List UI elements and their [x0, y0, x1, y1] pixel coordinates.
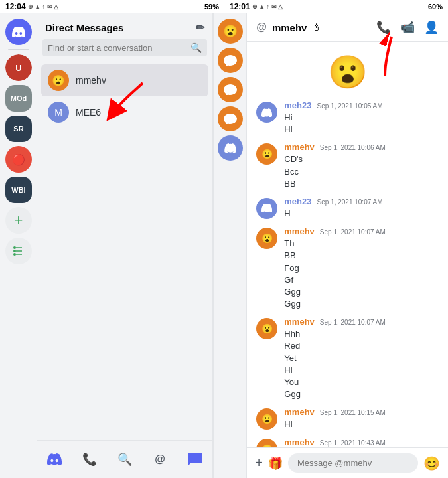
- meh23-avatar-1: [256, 102, 277, 123]
- table-row: 😮 mmehv Sep 1, 2021 10:43 AM HahahFt: [256, 438, 439, 447]
- search-tab[interactable]: 🔍: [113, 447, 137, 471]
- left-time: 12:04: [5, 2, 26, 11]
- chat-input-bar: + 🎁 😊: [247, 447, 448, 478]
- msg-author: mmehv: [284, 438, 315, 447]
- add-attachment-icon[interactable]: +: [255, 455, 263, 471]
- mmehv-avatar-6: 😮: [256, 439, 277, 447]
- chat-header: @ mmehv 🕯 📞 📹 👤: [247, 13, 448, 42]
- right-status-bar: 12:01 ⊕ ▲ ↑ ✉ △ 60%: [224, 0, 448, 13]
- msg-author: mmehv: [284, 142, 315, 152]
- mmehv-name: mmehv: [76, 75, 106, 86]
- emoji-picker-icon[interactable]: 😊: [423, 455, 440, 471]
- server-sidebar: U MOd SR 🔴 WBI +: [0, 13, 37, 478]
- mee6-avatar: M: [48, 102, 69, 123]
- table-row: 😮 mmehv Sep 1, 2021 10:15 AM Hi: [256, 407, 439, 430]
- table-row: meh23 Sep 1, 2021 10:05 AM HiHi: [256, 100, 439, 135]
- msg-author: meh23: [284, 197, 311, 206]
- user-avatar-server[interactable]: U: [5, 54, 32, 81]
- msg-text: HiHi: [284, 112, 439, 135]
- dm-header: Direct Messages ✏: [37, 13, 212, 39]
- mention-tab[interactable]: @: [148, 447, 172, 471]
- red-server-icon[interactable]: 🔴: [5, 146, 32, 173]
- msg-text: CD'sBccBB: [284, 153, 439, 190]
- msg-author: meh23: [284, 100, 311, 110]
- left-status-icons: ⊕ ▲ ↑ ✉ △: [28, 3, 58, 10]
- server-divider: [8, 49, 29, 50]
- right-time: 12:01: [230, 2, 250, 11]
- table-row: 😮 mmehv Sep 1, 2021 10:06 AM CD'sBccBB: [256, 142, 439, 190]
- chat-header-icons: 📞 📹 👤: [376, 20, 439, 35]
- recipient-emoji: 🕯: [312, 22, 321, 33]
- sr-server-icon[interactable]: SR: [5, 116, 32, 142]
- voice-call-icon[interactable]: 📞: [376, 20, 391, 35]
- top-emoji: 😮: [256, 48, 439, 94]
- chat-section: 😮: [214, 13, 448, 478]
- msg-text: Hi: [284, 418, 439, 430]
- msg-author: mmehv: [284, 317, 315, 327]
- msg-timestamp: Sep 1, 2021 10:15 AM: [320, 409, 386, 416]
- msg-author: mmehv: [284, 407, 315, 417]
- dm-search-bar[interactable]: 🔍: [42, 39, 207, 56]
- msg-timestamp: Sep 1, 2021 10:07 AM: [320, 319, 386, 326]
- wbi-server-icon[interactable]: WBI: [5, 177, 32, 203]
- msg-timestamp: Sep 1, 2021 10:43 AM: [320, 439, 386, 447]
- mmehv-avatar-5: 😮: [256, 408, 277, 430]
- mmehv-avatar-2: 😮: [256, 143, 277, 165]
- gift-icon[interactable]: 🎁: [268, 456, 283, 471]
- svg-point-1: [13, 250, 16, 252]
- mee6-name: MEE6: [76, 107, 101, 118]
- msg-author: mmehv: [284, 226, 315, 236]
- chat-recipient-name: mmehv: [272, 22, 307, 33]
- msg-text: HhhRedYetHiYouGgg: [284, 328, 439, 400]
- search-icon: 🔍: [190, 42, 202, 53]
- mmehv-avatar-4: 😮: [256, 318, 277, 339]
- chat-messages: 😮 meh23: [247, 42, 448, 447]
- left-status-bar: 12:04 ⊕ ▲ ↑ ✉ △ 59%: [0, 0, 224, 13]
- discord-home-icon[interactable]: [5, 19, 32, 45]
- right-status-icons: ⊕ ▲ ↑ ✉ △: [252, 3, 283, 10]
- phone-tab[interactable]: 📞: [78, 447, 102, 471]
- msg-text: ThBBFogGfGggGgg: [284, 238, 439, 310]
- status-bars: 12:04 ⊕ ▲ ↑ ✉ △ 59% 12:01 ⊕ ▲ ↑ ✉ △ 60%: [0, 0, 448, 13]
- chat-panel: @ mmehv 🕯 📞 📹 👤: [247, 13, 448, 478]
- table-row: 😮 mmehv Sep 1, 2021 10:07 AM HhhRedYetHi…: [256, 317, 439, 400]
- msg-timestamp: Sep 1, 2021 10:05 AM: [317, 102, 383, 110]
- svg-point-0: [13, 246, 16, 249]
- table-row: meh23 Sep 1, 2021 10:07 AM H: [256, 197, 439, 220]
- at-symbol: @: [256, 21, 267, 33]
- server-col-emoji-1[interactable]: 😮: [218, 19, 243, 44]
- msg-text: H: [284, 208, 439, 220]
- right-battery: 60%: [428, 3, 443, 11]
- server-col-icon-4[interactable]: [218, 106, 243, 131]
- server-tree-button[interactable]: [5, 238, 32, 264]
- video-call-icon[interactable]: 📹: [400, 20, 415, 35]
- add-server-button[interactable]: +: [5, 207, 32, 234]
- server-col-icon-3[interactable]: [218, 77, 243, 102]
- left-battery: 59%: [204, 3, 219, 11]
- new-dm-icon[interactable]: ✏: [196, 21, 204, 34]
- mmehv-avatar-3: 😮: [256, 228, 277, 249]
- dm-item-mmehv[interactable]: 😮 mmehv: [41, 64, 208, 96]
- mmehv-avatar: 😮: [48, 70, 69, 91]
- msg-timestamp: Sep 1, 2021 10:07 AM: [320, 228, 386, 236]
- middle-server-column: 😮: [214, 13, 247, 478]
- message-input[interactable]: [288, 453, 418, 473]
- discord-tab[interactable]: [42, 447, 66, 471]
- svg-point-2: [13, 253, 16, 256]
- members-icon[interactable]: 👤: [424, 20, 439, 35]
- mod-server-icon[interactable]: MOd: [5, 85, 32, 112]
- server-col-discord[interactable]: [218, 135, 243, 161]
- server-col-icon-2[interactable]: [218, 48, 243, 73]
- dm-bottom-bar: 📞 🔍 @: [37, 440, 212, 478]
- meh23-avatar-2: [256, 198, 277, 219]
- msg-timestamp: Sep 1, 2021 10:07 AM: [317, 199, 383, 206]
- table-row: 😮 mmehv Sep 1, 2021 10:07 AM ThBBFogGfGg…: [256, 226, 439, 310]
- messages-tab[interactable]: [183, 447, 207, 471]
- msg-timestamp: Sep 1, 2021 10:06 AM: [320, 144, 386, 151]
- dm-list: 😮 mmehv M MEE6: [37, 62, 212, 440]
- dm-title: Direct Messages: [45, 22, 123, 33]
- dm-item-mee6[interactable]: M MEE6: [41, 96, 208, 128]
- dm-panel: Direct Messages ✏ 🔍 😮 mmehv: [37, 13, 213, 478]
- search-input[interactable]: [48, 43, 187, 53]
